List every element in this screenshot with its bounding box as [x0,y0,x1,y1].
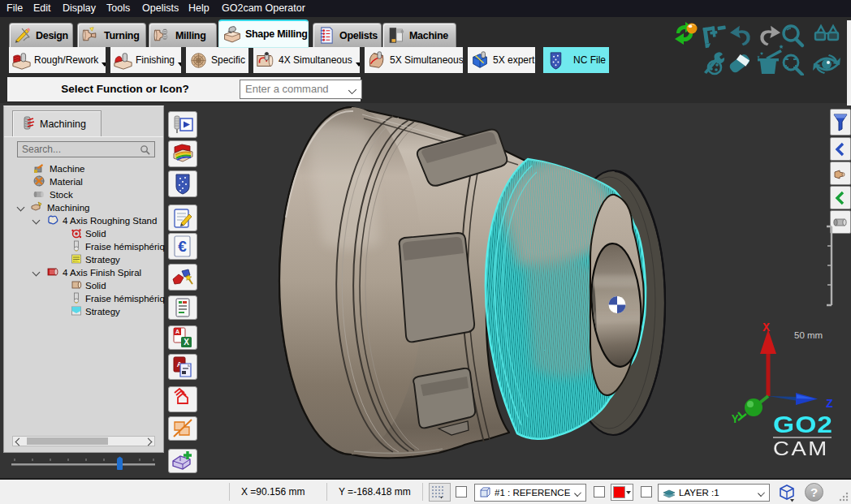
svg-text:€: € [178,238,187,255]
svg-text:Y: Y [732,413,739,426]
svg-text:A: A [175,329,179,334]
svg-text:X: X [184,338,189,347]
